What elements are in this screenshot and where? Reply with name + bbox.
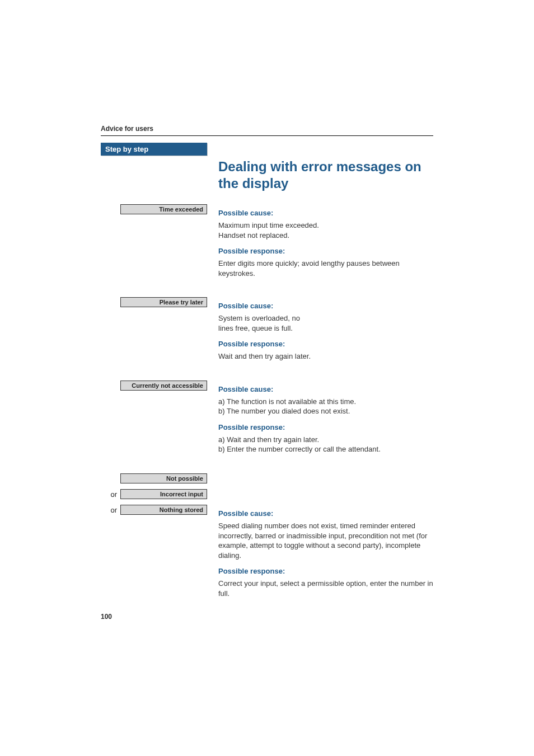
response-line: b) Enter the number correctly or call th… [218, 445, 381, 453]
cause-line: System is overloaded, no [218, 314, 300, 322]
display-message-label: Nothing stored [120, 505, 207, 515]
display-message-label: Not possible [120, 473, 207, 483]
row-section-2: Please try later Possible cause: System … [101, 295, 433, 367]
cause-text: a) The function is not available at this… [218, 397, 433, 416]
display-message-box: Not possible [101, 473, 207, 483]
display-message-box: Time exceeded [101, 204, 207, 214]
header-title: Advice for users [101, 125, 153, 133]
section-spacer [101, 367, 433, 378]
cause-line: a) The function is not available at this… [218, 397, 356, 406]
row-section-3: Currently not accessible Possible cause:… [101, 378, 433, 460]
row-display-incorrect: or Incorrect input [101, 487, 433, 499]
display-message-box: or Incorrect input [101, 489, 207, 499]
response-text: Enter digits more quickly; avoid lengthy… [218, 259, 433, 278]
response-heading: Possible response: [218, 340, 433, 348]
cause-heading: Possible cause: [218, 385, 433, 393]
or-label: or [110, 506, 117, 514]
row-section-1: Time exceeded Possible cause: Maximum in… [101, 202, 433, 284]
row-display-notpossible: Not possible [101, 471, 433, 483]
cause-heading: Possible cause: [218, 209, 433, 217]
response-text: Wait and then try again later. [218, 351, 433, 361]
display-message-box: or Nothing stored [101, 505, 207, 515]
display-message-box: Please try later [101, 297, 207, 307]
display-message-box: Currently not accessible [101, 381, 207, 391]
page-number: 100 [101, 613, 112, 621]
cause-heading: Possible cause: [218, 509, 433, 518]
cause-line: Maximum input time exceeded. [218, 221, 319, 229]
row-heading: Step by step Dealing with error messages… [101, 143, 433, 202]
or-label: or [110, 490, 117, 499]
response-heading: Possible response: [218, 423, 433, 431]
cause-text: Speed dialing number does not exist, tim… [218, 521, 433, 560]
response-text: Correct your input, select a permissible… [218, 579, 433, 598]
cause-line: Handset not replaced. [218, 231, 289, 240]
response-heading: Possible response: [218, 567, 433, 575]
response-line: a) Wait and then try again later. [218, 435, 319, 444]
cause-heading: Possible cause: [218, 302, 433, 310]
display-message-label: Incorrect input [120, 489, 207, 499]
section-spacer [101, 284, 433, 295]
response-text: a) Wait and then try again later. b) Ent… [218, 435, 433, 454]
display-message-label: Please try later [120, 297, 207, 307]
step-by-step-badge: Step by step [101, 143, 207, 156]
main-heading: Dealing with error messages on the displ… [218, 158, 433, 192]
cause-text: Maximum input time exceeded. Handset not… [218, 220, 433, 240]
display-message-label: Currently not accessible [120, 381, 207, 391]
cause-line: b) The number you dialed does not exist. [218, 407, 350, 415]
header-divider [101, 135, 433, 136]
cause-line: lines free, queue is full. [218, 324, 293, 332]
row-section-4: or Nothing stored Possible cause: Speed … [101, 503, 433, 604]
page: Advice for users Step by step Dealing wi… [0, 0, 534, 637]
page-header: Advice for users [101, 123, 433, 136]
display-message-label: Time exceeded [120, 204, 207, 214]
cause-text: System is overloaded, no lines free, que… [218, 313, 433, 333]
section-spacer [101, 460, 433, 471]
response-heading: Possible response: [218, 247, 433, 255]
